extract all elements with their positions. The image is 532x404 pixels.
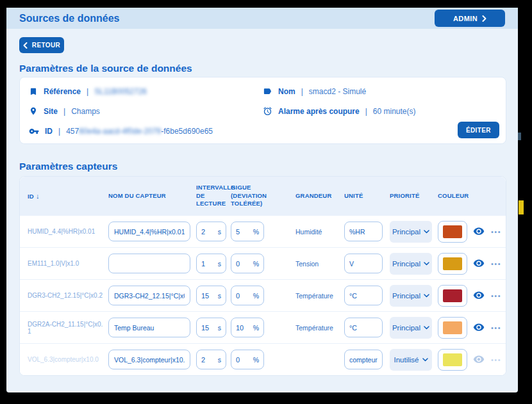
field-separator: |: [87, 87, 88, 96]
interval-input[interactable]: [201, 260, 213, 268]
color-swatch: [443, 289, 462, 302]
edit-button[interactable]: ÉDITER: [458, 122, 499, 138]
jitter-unit-label: %: [253, 292, 259, 300]
interval-input[interactable]: [201, 292, 213, 300]
site-label: Site: [44, 107, 58, 116]
more-actions-icon[interactable]: •••: [491, 228, 501, 236]
jitter-unit-label: %: [253, 228, 259, 236]
column-header-id[interactable]: ID↓: [28, 191, 108, 201]
color-picker-button[interactable]: [438, 317, 467, 339]
nom-label: Nom: [278, 87, 295, 96]
sensor-id: DGR2A-CH2_11.15|°C|x0.1: [28, 321, 108, 335]
chevron-down-icon: [424, 230, 429, 234]
chevron-down-icon: [422, 358, 428, 362]
reference-value: SL11B0052726: [94, 87, 147, 96]
unite-input[interactable]: [344, 254, 383, 273]
id-field: ID | 45760e4a-aacd-4f0de-2079-f6be5d690e…: [29, 121, 263, 141]
sensor-id: EM111_1.0|V|x1.0: [28, 260, 108, 267]
site-field: Site | Champs: [29, 101, 263, 121]
priority-select[interactable]: Principal: [390, 221, 432, 243]
interval-input[interactable]: [201, 324, 213, 332]
jitter-unit-label: %: [253, 260, 259, 268]
interval-input-box: s: [196, 350, 226, 369]
interval-input[interactable]: [201, 356, 213, 364]
visibility-eye-icon[interactable]: [473, 323, 485, 332]
jitter-input[interactable]: [236, 324, 247, 332]
table-row: EM111_1.0|V|x1.0 s % Tension Principal •…: [20, 247, 506, 279]
screen-edge-artifact: [519, 200, 524, 214]
chevron-down-icon: [424, 294, 429, 298]
top-bar: Sources de données ADMIN: [6, 8, 518, 29]
admin-button[interactable]: ADMIN: [435, 10, 505, 27]
visibility-eye-icon[interactable]: [473, 259, 485, 268]
visibility-eye-icon[interactable]: [473, 355, 485, 364]
more-actions-icon[interactable]: •••: [491, 356, 501, 364]
sensor-name-input[interactable]: [108, 286, 190, 305]
color-picker-button[interactable]: [438, 349, 467, 371]
reference-label: Référence: [44, 87, 81, 96]
jitter-input-box: %: [231, 318, 264, 337]
interval-unit-label: s: [218, 324, 221, 332]
priority-select[interactable]: Principal: [390, 253, 432, 275]
priority-select-value: Inutilisé: [394, 356, 419, 364]
column-header-priorite: PRIORITÉ: [390, 192, 438, 200]
sensor-name-input[interactable]: [108, 222, 190, 241]
alarme-label: Alarme après coupure: [278, 107, 360, 116]
id-value-redacted: 60e4a-aacd-4f0de-2079: [79, 127, 161, 136]
jitter-input[interactable]: [236, 356, 247, 364]
bookmark-icon: [29, 87, 38, 96]
column-header-nom: NOM DU CAPTEUR: [108, 192, 196, 200]
sensor-name-input[interactable]: [108, 254, 190, 273]
interval-input[interactable]: [201, 228, 213, 236]
interval-unit-label: s: [218, 356, 221, 364]
color-swatch: [443, 321, 462, 334]
jitter-input[interactable]: [236, 228, 247, 236]
sensor-id: VOL_6.3|compteur|x10.0: [28, 356, 108, 363]
table-row: HUMID_4.4|%HR|x0.01 s % Humidité Princip…: [20, 215, 506, 247]
color-picker-button[interactable]: [438, 253, 467, 275]
color-swatch: [443, 353, 462, 366]
admin-button-label: ADMIN: [453, 15, 478, 22]
unite-input[interactable]: [344, 350, 383, 369]
key-icon: [29, 126, 39, 136]
color-picker-button[interactable]: [438, 285, 467, 307]
nom-value: smacd2 - Simulé: [309, 87, 366, 96]
alarme-field: Alarme après coupure | 60 minute(s): [263, 101, 497, 121]
app-window: Sources de données ADMIN RETOUR Paramètr…: [6, 8, 518, 392]
visibility-eye-icon[interactable]: [473, 227, 485, 236]
chevron-right-icon: [482, 15, 486, 22]
column-header-grandeur: GRANDEUR: [295, 192, 344, 200]
jitter-input[interactable]: [236, 260, 247, 268]
nom-field: Nom | smacd2 - Simulé: [263, 81, 497, 101]
table-row: DGR3-CH2_12.15|°C|x0.2 s % Température P…: [20, 279, 506, 311]
sensors-table-body: HUMID_4.4|%HR|x0.01 s % Humidité Princip…: [20, 215, 506, 375]
jitter-input[interactable]: [236, 292, 247, 300]
back-button[interactable]: RETOUR: [19, 37, 64, 53]
sensor-id: HUMID_4.4|%HR|x0.01: [28, 228, 108, 235]
source-section-title: Paramètres de la source de données: [19, 63, 192, 74]
more-actions-icon[interactable]: •••: [491, 324, 501, 332]
sensor-name-input[interactable]: [108, 318, 190, 337]
grandeur-label: Humidité: [295, 228, 344, 236]
interval-input-box: s: [196, 254, 226, 273]
jitter-input-box: %: [231, 254, 264, 273]
priority-select[interactable]: Principal: [390, 285, 432, 307]
field-separator: |: [58, 127, 60, 136]
unite-input[interactable]: [344, 222, 383, 241]
priority-select-value: Principal: [392, 228, 420, 236]
unite-input[interactable]: [344, 286, 383, 305]
color-picker-button[interactable]: [438, 221, 467, 243]
visibility-eye-icon[interactable]: [473, 291, 485, 300]
more-actions-icon[interactable]: •••: [491, 292, 501, 300]
id-label: ID: [45, 127, 53, 136]
unite-input[interactable]: [344, 318, 383, 337]
location-pin-icon: [29, 106, 38, 116]
sensor-name-input[interactable]: [108, 350, 190, 369]
color-swatch: [443, 257, 462, 270]
priority-select-value: Principal: [392, 292, 420, 300]
more-actions-icon[interactable]: •••: [491, 260, 501, 268]
priority-select[interactable]: Inutilisé: [390, 349, 432, 371]
priority-select[interactable]: Principal: [390, 317, 432, 339]
chevron-left-icon: [23, 42, 28, 49]
field-separator: |: [365, 107, 367, 116]
